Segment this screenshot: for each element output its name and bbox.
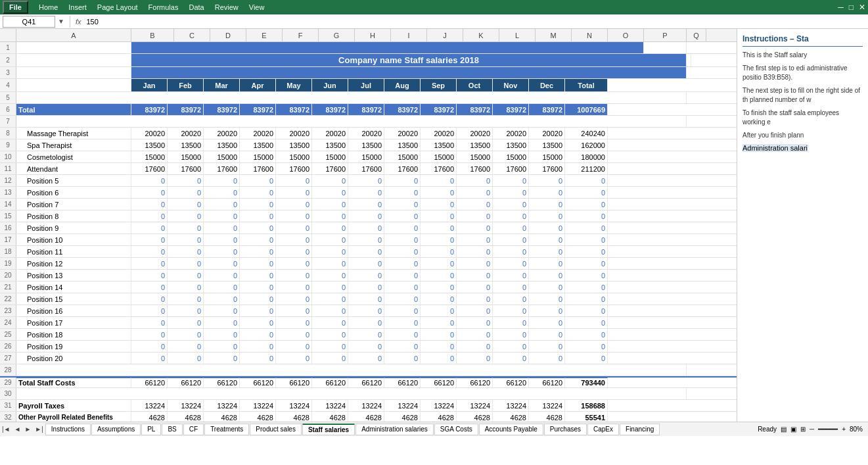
cell-pos-25-label: Position 18 — [16, 329, 131, 340]
tab-staff-salaries[interactable]: Staff salaries — [302, 424, 355, 435]
window-controls[interactable]: ─ □ ✕ — [838, 3, 865, 12]
cell-jul: Jul — [348, 79, 384, 91]
row-num-25: 25 — [0, 329, 16, 340]
sheet-nav-prev[interactable]: ◄ — [12, 426, 23, 433]
tab-assumptions[interactable]: Assumptions — [91, 424, 141, 435]
cell-pos-17-v11: 0 — [529, 234, 565, 245]
cell-pos-9-v1: 13500 — [168, 139, 204, 151]
menu-insert[interactable]: Insert — [63, 2, 92, 12]
tab-pl[interactable]: PL — [141, 424, 161, 435]
tab-financing[interactable]: Financing — [620, 424, 660, 435]
tab-sga-costs[interactable]: SGA Costs — [434, 424, 478, 435]
cell-pos-23-v10: 0 — [493, 305, 529, 316]
tab-product-sales[interactable]: Product sales — [250, 424, 302, 435]
cell-pos-13-label: Position 6 — [16, 187, 131, 198]
cell-5[interactable] — [16, 92, 687, 103]
cell-tsc-jun: 66120 — [312, 378, 348, 387]
cell-pos-8-v3: 20020 — [240, 128, 276, 139]
cell-pos-24-v1: 0 — [168, 317, 204, 328]
title-bar: File Home Insert Page Layout Formulas Da… — [0, 0, 868, 14]
file-menu[interactable]: File — [3, 1, 28, 14]
cell-pos-19-v2: 0 — [204, 258, 240, 269]
cell-pos-8-v7: 20020 — [384, 128, 421, 139]
view-break[interactable]: ⊞ — [800, 426, 806, 433]
cell-4-label[interactable] — [16, 79, 131, 91]
zoom-out[interactable]: ─ — [810, 426, 814, 433]
row-num-12: 12 — [0, 175, 16, 186]
cell-op-total: 55541 — [565, 412, 608, 422]
cell-1-p[interactable] — [644, 42, 687, 53]
sheet-nav-first[interactable]: |◄ — [0, 426, 12, 433]
close-icon[interactable]: ✕ — [859, 3, 865, 12]
cell-jun: Jun — [312, 79, 348, 91]
zoom-slider[interactable]: ━━━━━ — [818, 426, 838, 433]
name-box-dropdown[interactable]: ▼ — [58, 18, 64, 25]
menu-page-layout[interactable]: Page Layout — [92, 2, 143, 12]
cell-pos-22-v12: 0 — [565, 293, 608, 305]
menu-review[interactable]: Review — [210, 2, 244, 12]
cell-2-end[interactable] — [687, 54, 691, 66]
view-normal[interactable]: ▤ — [781, 426, 787, 433]
cell-pos-17-v12: 0 — [565, 234, 608, 245]
cell-1-merged[interactable] — [131, 42, 644, 53]
name-box[interactable] — [3, 16, 55, 28]
formula-input[interactable] — [83, 18, 868, 26]
cell-28[interactable] — [16, 364, 687, 376]
cell-pos-9-v3: 13500 — [240, 139, 276, 151]
cell-pos-8-v1: 20020 — [168, 128, 204, 139]
cell-pos-11-v7: 17600 — [384, 163, 421, 174]
cell-30[interactable] — [16, 388, 687, 399]
zoom-in[interactable]: + — [842, 426, 846, 433]
cell-pos-15-v0: 0 — [131, 210, 168, 222]
cell-total-label: Total — [16, 104, 131, 115]
row-num-8: 8 — [0, 128, 16, 139]
tab-accounts-payable[interactable]: Accounts Payable — [479, 424, 543, 435]
cell-pos-11-label: Attendant — [16, 163, 131, 174]
cell-3-merged[interactable] — [131, 67, 687, 78]
maximize-icon[interactable]: □ — [849, 3, 854, 12]
menu-view[interactable]: View — [244, 2, 270, 12]
menu-data[interactable]: Data — [183, 2, 209, 12]
cell-7[interactable] — [16, 116, 687, 127]
sheet-nav-last[interactable]: ►| — [33, 426, 45, 433]
cell-pos-26-v4: 0 — [276, 341, 312, 352]
row-26: 26Position 190000000000000 — [0, 341, 737, 353]
tab-capex[interactable]: CapEx — [587, 424, 619, 435]
menu-home[interactable]: Home — [34, 2, 63, 12]
tab-purchases[interactable]: Purchases — [544, 424, 587, 435]
cell-pos-21-v1: 0 — [168, 281, 204, 293]
cell-pos-23-v12: 0 — [565, 305, 608, 316]
sheet-nav-next[interactable]: ► — [22, 426, 33, 433]
sheet-navigation[interactable]: |◄ ◄ ► ►| — [0, 426, 45, 433]
cell-pos-23-v4: 0 — [276, 305, 312, 316]
view-page[interactable]: ▣ — [790, 426, 796, 433]
tab-cf[interactable]: CF — [183, 424, 204, 435]
cell-pos-27-v1: 0 — [168, 353, 204, 364]
tab-treatments[interactable]: Treatments — [204, 424, 249, 435]
status-right: Ready ▤ ▣ ⊞ ─ ━━━━━ + 80% — [752, 426, 868, 433]
cell-pos-26-v3: 0 — [240, 341, 276, 352]
cell-pos-20-v4: 0 — [276, 270, 312, 281]
cell-pos-24-v9: 0 — [457, 317, 493, 328]
cell-pos-16-v1: 0 — [168, 222, 204, 233]
tab-bs[interactable]: BS — [162, 424, 182, 435]
cell-2-a[interactable] — [16, 54, 131, 66]
minimize-icon[interactable]: ─ — [838, 3, 844, 12]
cell-pos-12-v3: 0 — [240, 175, 276, 186]
cell-pos-14-v6: 0 — [348, 199, 384, 210]
row-num-31: 31 — [0, 400, 16, 411]
row-4: 4 Jan Feb Mar Apr May Jun Jul Aug Sep Oc… — [0, 79, 737, 92]
tab-administration-salaries[interactable]: Administration salaries — [355, 424, 434, 435]
cell-pos-23-v9: 0 — [457, 305, 493, 316]
row-num-24: 24 — [0, 317, 16, 328]
tab-instructions[interactable]: Instructions — [45, 424, 91, 435]
cell-3-a[interactable] — [16, 67, 131, 78]
cell-pos-17-v4: 0 — [276, 234, 312, 245]
row-num-22: 22 — [0, 293, 16, 305]
menu-formulas[interactable]: Formulas — [143, 2, 184, 12]
cell-pos-12-v2: 0 — [204, 175, 240, 186]
cell-pos-15-v9: 0 — [457, 210, 493, 222]
cell-1-a[interactable] — [16, 42, 131, 53]
cell-pos-20-v2: 0 — [204, 270, 240, 281]
cell-pos-9-v8: 13500 — [421, 139, 457, 151]
